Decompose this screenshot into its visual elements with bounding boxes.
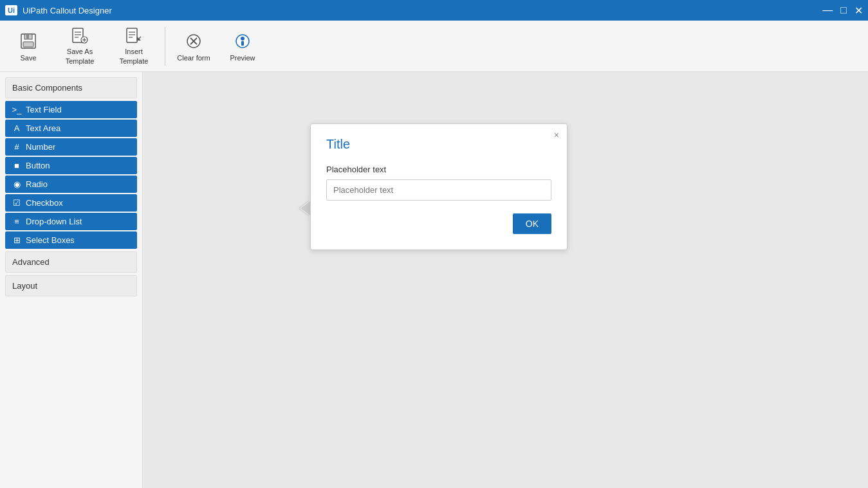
- app-logo: Ui: [5, 5, 17, 15]
- text-area-icon: A: [12, 123, 22, 133]
- sidebar-item-button-label: Button: [26, 161, 50, 170]
- sidebar-item-select-boxes[interactable]: ⊞ Select Boxes: [5, 231, 137, 249]
- select-boxes-icon: ⊞: [12, 235, 22, 245]
- number-icon: #: [12, 142, 22, 152]
- callout-title: Title: [326, 137, 551, 152]
- sidebar-item-text-field[interactable]: >_ Text Field: [5, 101, 137, 118]
- insert-template-label: InsertTemplate: [120, 47, 149, 66]
- insert-template-icon: [124, 26, 144, 44]
- save-button[interactable]: Save: [5, 24, 51, 68]
- save-template-icon: [69, 26, 90, 44]
- clear-form-label: Clear form: [177, 54, 210, 62]
- sidebar-item-button[interactable]: ■ Button: [5, 157, 137, 174]
- basic-components-header[interactable]: Basic Components: [5, 77, 137, 98]
- callout-ok-button[interactable]: OK: [513, 213, 551, 234]
- save-icon: [18, 31, 39, 51]
- sidebar-item-number-label: Number: [26, 142, 55, 152]
- dropdown-icon: ≡: [12, 217, 22, 226]
- toolbar: Save Save AsTemplate: [0, 21, 868, 72]
- maximize-button[interactable]: □: [840, 5, 847, 17]
- sidebar-item-dropdown-label: Drop-down List: [26, 217, 82, 226]
- sidebar-item-checkbox[interactable]: ☑ Checkbox: [5, 194, 137, 212]
- save-as-template-button[interactable]: Save AsTemplate: [54, 24, 106, 68]
- window-controls: — □ ✕: [822, 5, 863, 17]
- preview-icon: [232, 31, 253, 51]
- preview-label: Preview: [230, 54, 255, 62]
- svg-rect-3: [26, 35, 29, 39]
- advanced-header[interactable]: Advanced: [5, 251, 137, 273]
- insert-template-button[interactable]: InsertTemplate: [108, 24, 160, 68]
- sidebar-item-select-boxes-label: Select Boxes: [26, 235, 75, 245]
- main-area: Basic Components >_ Text Field A Text Ar…: [0, 72, 868, 488]
- layout-header[interactable]: Layout: [5, 275, 137, 296]
- sidebar-item-dropdown[interactable]: ≡ Drop-down List: [5, 213, 137, 230]
- canvas: × Title Placeholder text OK: [143, 72, 868, 488]
- sidebar: Basic Components >_ Text Field A Text Ar…: [0, 72, 143, 488]
- sidebar-item-radio[interactable]: ◉ Radio: [5, 176, 137, 193]
- sidebar-item-text-area[interactable]: A Text Area: [5, 120, 137, 137]
- svg-rect-11: [127, 28, 137, 42]
- clear-form-icon: [183, 31, 204, 51]
- sidebar-item-radio-label: Radio: [26, 179, 48, 189]
- close-button[interactable]: ✕: [854, 5, 863, 17]
- app-title: UiPath Callout Designer: [23, 6, 822, 15]
- callout-label: Placeholder text: [326, 165, 551, 174]
- preview-button[interactable]: Preview: [219, 24, 266, 68]
- callout-actions: OK: [326, 213, 551, 234]
- callout-container: × Title Placeholder text OK: [310, 123, 568, 250]
- minimize-button[interactable]: —: [822, 5, 833, 17]
- svg-rect-2: [23, 42, 33, 47]
- svg-rect-21: [241, 41, 244, 46]
- sidebar-item-checkbox-label: Checkbox: [26, 198, 63, 208]
- toolbar-separator: [165, 27, 165, 66]
- clear-form-button[interactable]: Clear form: [171, 24, 217, 68]
- checkbox-icon: ☑: [12, 198, 22, 208]
- button-icon: ■: [12, 161, 22, 170]
- save-as-template-label: Save AsTemplate: [66, 47, 95, 66]
- callout-input[interactable]: [326, 179, 551, 201]
- title-bar: Ui UiPath Callout Designer — □ ✕: [0, 0, 868, 21]
- svg-point-20: [241, 37, 245, 41]
- sidebar-item-text-field-label: Text Field: [26, 105, 62, 114]
- sidebar-item-text-area-label: Text Area: [26, 123, 60, 133]
- basic-components-group: >_ Text Field A Text Area # Number ■ But…: [5, 101, 137, 249]
- radio-icon: ◉: [12, 179, 22, 189]
- callout-close-button[interactable]: ×: [554, 131, 559, 140]
- callout-bubble: × Title Placeholder text OK: [310, 123, 568, 250]
- text-field-icon: >_: [12, 105, 22, 114]
- sidebar-item-number[interactable]: # Number: [5, 138, 137, 156]
- callout-pointer: [300, 201, 310, 216]
- save-label: Save: [20, 54, 36, 62]
